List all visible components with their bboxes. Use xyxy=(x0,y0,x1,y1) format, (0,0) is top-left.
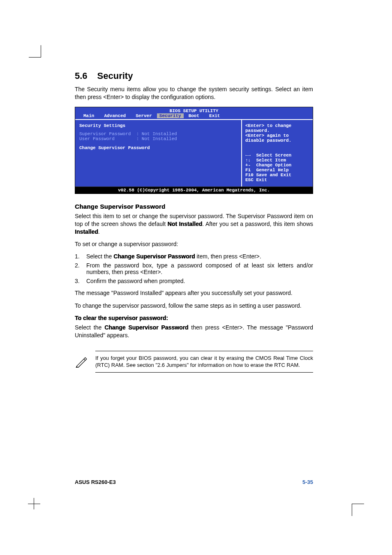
supervisor-row: Supervisor Password : Not Installed xyxy=(79,131,237,136)
paragraph: To set or change a supervisor password: xyxy=(75,240,313,248)
note-icon xyxy=(75,354,89,368)
text: Select the xyxy=(86,253,113,260)
bios-left-pane: Security Settings Supervisor Password : … xyxy=(75,120,242,187)
note-box: If you forget your BIOS password, you ca… xyxy=(75,347,313,377)
bold-text: Change Supervisor Password xyxy=(113,253,195,260)
note-text: If you forget your BIOS password, you ca… xyxy=(95,351,313,373)
bios-tabs: Main Advanced Server Security Boot Exit xyxy=(75,113,313,119)
bios-section-heading: Security Settings xyxy=(79,123,237,128)
text: Select the xyxy=(75,324,104,331)
page-footer: ASUS RS260-E3 5-35 xyxy=(75,479,313,485)
section-title: Security xyxy=(97,71,133,81)
step-number: 1. xyxy=(75,253,86,260)
paragraph: To change the supervisor password, follo… xyxy=(75,302,313,310)
step-item: 2.From the password box, type a password… xyxy=(75,262,313,275)
help-line: <Enter> again to xyxy=(245,133,309,138)
user-value: : Not Installed xyxy=(136,136,177,141)
step-number: 2. xyxy=(75,262,86,275)
paragraph: Select this item to set or change the su… xyxy=(75,212,313,236)
steps-list: 1.Select the Change Supervisor Password … xyxy=(75,253,313,284)
footer-product: ASUS RS260-E3 xyxy=(75,479,116,485)
paragraph: The message "Password Installed" appears… xyxy=(75,289,313,297)
bios-right-pane: <Enter> to change password. <Enter> agai… xyxy=(242,120,313,187)
text: . After you set a password, this item sh… xyxy=(202,221,313,227)
step-text: Select the Change Supervisor Password it… xyxy=(86,253,261,260)
bios-body: Security Settings Supervisor Password : … xyxy=(75,119,313,187)
step-item: 3.Confirm the password when prompted. xyxy=(75,278,313,284)
bold-text: Installed xyxy=(75,228,98,235)
help-line: <Enter> to change xyxy=(245,123,309,128)
key-line: ↑↓ Select Item xyxy=(245,158,309,163)
crop-mark xyxy=(28,504,40,516)
help-line: password. xyxy=(245,128,309,133)
svg-line-0 xyxy=(84,359,85,360)
key-line: +- Change Option xyxy=(245,163,309,168)
crop-mark xyxy=(352,504,364,516)
bios-key-legend: ←→ Select Screen ↑↓ Select Item +- Chang… xyxy=(245,153,309,182)
page-content: 5.6Security The Security menu items allo… xyxy=(75,71,313,377)
step-text: From the password box, type a password c… xyxy=(86,262,313,275)
key-line: F1 General Help xyxy=(245,168,309,173)
key-line: F10 Save and Exit xyxy=(245,173,309,177)
paragraph: Select the Change Supervisor Password th… xyxy=(75,324,313,339)
user-row: User Password : Not Installed xyxy=(79,136,237,141)
key-line: ←→ Select Screen xyxy=(245,153,309,158)
change-supervisor-item[interactable]: Change Supervisor Password xyxy=(79,145,237,150)
bios-help-text: <Enter> to change password. <Enter> agai… xyxy=(245,123,309,143)
crop-mark xyxy=(29,45,41,58)
tab-boot[interactable]: Boot xyxy=(184,113,204,118)
change-password-heading: Change Supervisor Password xyxy=(75,203,313,210)
tab-security[interactable]: Security xyxy=(157,113,184,118)
step-number: 3. xyxy=(75,278,86,284)
tab-exit[interactable]: Exit xyxy=(204,113,225,118)
bios-footer: v02.58 (C)Copyright 1985-2004, American … xyxy=(75,187,313,193)
section-number: 5.6 xyxy=(75,71,88,81)
bold-text: Not Installed xyxy=(168,221,203,227)
tab-main[interactable]: Main xyxy=(78,113,99,118)
footer-page-number: 5-35 xyxy=(302,479,313,485)
supervisor-label: Supervisor Password xyxy=(79,131,131,136)
section-heading: 5.6Security xyxy=(75,71,313,81)
tab-advanced[interactable]: Advanced xyxy=(99,113,131,118)
text: item, then press <Enter>. xyxy=(195,253,261,260)
clear-password-heading: To clear the supervisor password: xyxy=(75,315,313,321)
user-label: User Password xyxy=(79,136,115,141)
tab-server[interactable]: Server xyxy=(131,113,157,118)
supervisor-value: : Not Installed xyxy=(136,131,177,136)
bios-screenshot: BIOS SETUP UTILITY Main Advanced Server … xyxy=(75,107,313,194)
text: . xyxy=(98,228,100,235)
help-line: disable password. xyxy=(245,138,309,143)
intro-paragraph: The Security menu items allow you to cha… xyxy=(75,85,313,101)
bios-title: BIOS SETUP UTILITY xyxy=(75,107,313,113)
bold-text: Change Supervisor Password xyxy=(104,324,188,331)
step-text: Confirm the password when prompted. xyxy=(86,278,185,284)
step-item: 1.Select the Change Supervisor Password … xyxy=(75,253,313,260)
key-line: ESC Exit xyxy=(245,177,309,182)
